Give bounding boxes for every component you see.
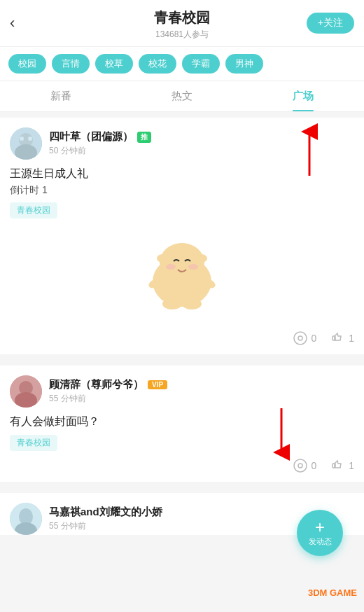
post-2-like-btn[interactable]: 1 <box>330 458 354 473</box>
like-icon-2 <box>330 458 346 473</box>
like-icon <box>330 331 346 346</box>
tag-item-5[interactable]: 男神 <box>225 54 263 74</box>
post-1-avatar[interactable] <box>10 127 42 160</box>
back-button[interactable]: ‹ <box>10 14 15 32</box>
svg-point-8 <box>160 243 204 282</box>
svg-point-11 <box>166 264 176 270</box>
svg-point-16 <box>182 298 202 310</box>
post-1-username: 四叶草（团偏源） <box>49 130 133 144</box>
post-1-like-btn[interactable]: 1 <box>330 331 354 346</box>
tab-guangchang[interactable]: 广场 <box>243 81 364 111</box>
watermark: 3DM GAME <box>308 587 357 598</box>
post-2-like-count: 1 <box>349 460 354 471</box>
tag-item-2[interactable]: 校草 <box>95 54 133 74</box>
svg-point-26 <box>298 464 302 468</box>
blob-illustration <box>140 236 224 313</box>
svg-rect-27 <box>332 464 335 468</box>
svg-point-18 <box>298 336 302 340</box>
post-3-avatar[interactable] <box>10 503 42 535</box>
comment-icon <box>293 331 308 346</box>
post-1-time: 50 分钟前 <box>49 145 354 157</box>
fab-label: 发动态 <box>309 536 332 547</box>
tag-item-3[interactable]: 校花 <box>139 54 176 74</box>
post-1-badge: 推 <box>137 132 151 143</box>
tab-xinpan[interactable]: 新番 <box>0 81 121 111</box>
svg-point-12 <box>188 264 198 270</box>
post-1-subtitle: 倒计时 1 <box>10 184 354 197</box>
fab-post-button[interactable]: + 发动态 <box>297 510 343 556</box>
post-1-tag[interactable]: 青春校园 <box>10 202 57 218</box>
post-2-title: 有人会做封面吗？ <box>10 415 354 429</box>
post-1-user-info: 四叶草（团偏源） 推 50 分钟前 <box>49 130 354 157</box>
tag-item-4[interactable]: 学霸 <box>182 54 220 74</box>
header: ‹ 青春校园 134681人参与 +关注 <box>0 0 364 47</box>
post-1-comment-count: 0 <box>311 333 316 344</box>
post-2-avatar[interactable] <box>10 375 42 408</box>
follow-button[interactable]: +关注 <box>307 13 354 34</box>
post-2-username: 顾清辞（尊师兮爷） <box>49 378 144 391</box>
fab-plus-icon: + <box>315 519 325 536</box>
page-wrapper: ‹ 青春校园 134681人参与 +关注 校园 言情 校草 校花 学霸 男神 新… <box>0 0 364 535</box>
tab-rewen[interactable]: 热文 <box>121 81 242 111</box>
post-2-user-row: 顾清辞（尊师兮爷） VIP 55 分钟前 <box>10 375 354 408</box>
post-2-body: 有人会做封面吗？ 青春校园 <box>10 415 354 451</box>
svg-rect-19 <box>332 336 335 340</box>
post-2-time: 55 分钟前 <box>49 393 354 405</box>
tag-item-1[interactable]: 言情 <box>52 54 90 74</box>
post-2-tag[interactable]: 青春校园 <box>10 435 57 451</box>
tabs-row: 新番 热文 广场 <box>0 81 364 112</box>
comment-icon-2 <box>293 458 308 473</box>
svg-point-9 <box>157 254 168 263</box>
post-1-image <box>10 225 354 324</box>
post-2-name-row: 顾清辞（尊师兮爷） VIP <box>49 378 354 391</box>
svg-point-6 <box>28 137 32 141</box>
post-1-title: 王源生日成人礼 <box>10 167 354 181</box>
post-1-like-count: 1 <box>349 333 354 344</box>
post-2-user-info: 顾清辞（尊师兮爷） VIP 55 分钟前 <box>49 378 354 405</box>
divider-2 <box>0 482 364 487</box>
svg-point-15 <box>162 298 182 310</box>
svg-point-10 <box>196 254 207 263</box>
post-card-2: 顾清辞（尊师兮爷） VIP 55 分钟前 有人会做封面吗？ 青春校园 0 <box>0 366 364 482</box>
tags-row: 校园 言情 校草 校花 学霸 男神 <box>0 47 364 81</box>
post-2-content: 顾清辞（尊师兮爷） VIP 55 分钟前 有人会做封面吗？ 青春校园 0 <box>0 366 364 482</box>
svg-point-17 <box>294 332 307 345</box>
post-3-username: 马嘉祺and刘耀文的小娇 <box>49 506 162 519</box>
divider-1 <box>0 354 364 360</box>
svg-point-5 <box>20 137 24 141</box>
tag-item-0[interactable]: 校园 <box>8 54 46 74</box>
post-1-body: 王源生日成人礼 倒计时 1 青春校园 <box>10 167 354 218</box>
post-1-name-row: 四叶草（团偏源） 推 <box>49 130 354 144</box>
post-1-actions: 0 1 <box>10 324 354 354</box>
post-1-content: 四叶草（团偏源） 推 50 分钟前 王源生日成人礼 倒计时 1 青春校园 <box>0 118 364 354</box>
svg-point-25 <box>294 459 307 472</box>
post-card-1: 四叶草（团偏源） 推 50 分钟前 王源生日成人礼 倒计时 1 青春校园 <box>0 118 364 354</box>
post-2-comment-btn[interactable]: 0 <box>293 458 316 473</box>
post-2-comment-count: 0 <box>311 460 316 471</box>
post-2-actions: 0 1 <box>10 451 354 482</box>
post-2-badge: VIP <box>148 380 167 389</box>
post-1-comment-btn[interactable]: 0 <box>293 331 316 346</box>
post-1-user-row: 四叶草（团偏源） 推 50 分钟前 <box>10 127 354 160</box>
